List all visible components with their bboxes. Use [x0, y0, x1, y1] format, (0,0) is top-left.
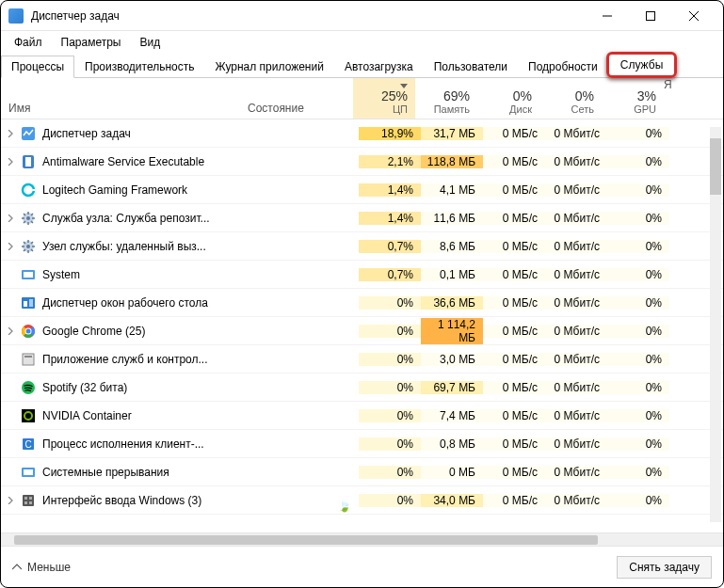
horizontal-scrollbar[interactable]	[1, 532, 723, 546]
process-name: Диспетчер задач	[42, 127, 246, 140]
svg-rect-32	[24, 469, 33, 475]
process-name: Диспетчер окон рабочего стола	[42, 296, 246, 310]
service-icon	[20, 211, 37, 226]
scrollbar-thumb[interactable]	[14, 535, 598, 545]
col-cpu[interactable]: 25% ЦП	[353, 78, 415, 119]
gpu-cell: 0%	[607, 353, 669, 366]
table-row[interactable]: NVIDIA Container0%7,4 МБ0 МБ/с0 Мбит/с0%	[1, 402, 723, 430]
gpu-cell: 0%	[607, 325, 669, 338]
gpu-cell: 0%	[607, 296, 669, 310]
table-row[interactable]: Диспетчер окон рабочего стола0%36,6 МБ0 …	[1, 289, 723, 317]
table-row[interactable]: Служба узла: Служба репозит...1,4%11,6 М…	[1, 204, 723, 232]
process-list[interactable]: Диспетчер задач18,9%31,7 МБ0 МБ/с0 Мбит/…	[1, 119, 723, 532]
table-row[interactable]: Приложение служб и контрол...0%3,0 МБ0 М…	[1, 345, 723, 373]
dwm-icon	[20, 295, 37, 310]
col-memory[interactable]: 69% Память	[415, 78, 477, 119]
network-cell: 0 Мбит/с	[545, 381, 607, 394]
gpu-cell: 0%	[607, 183, 669, 197]
cpu-cell: 0%	[359, 325, 421, 338]
disk-cell: 0 МБ/с	[483, 268, 545, 281]
table-row[interactable]: Интерфейс ввода Windows (3)🍃0%34,0 МБ0 М…	[1, 486, 723, 515]
col-overflow: Я	[664, 78, 681, 119]
table-row[interactable]: Диспетчер задач18,9%31,7 МБ0 МБ/с0 Мбит/…	[1, 119, 723, 148]
process-name: Интерфейс ввода Windows (3)	[42, 494, 246, 507]
gpu-cell: 0%	[607, 437, 669, 451]
table-row[interactable]: System0,7%0,1 МБ0 МБ/с0 Мбит/с0%	[1, 261, 723, 289]
disk-cell: 0 МБ/с	[483, 409, 545, 422]
expand-toggle[interactable]	[1, 215, 20, 222]
tab-services[interactable]: Службы	[606, 52, 677, 78]
fewer-details-button[interactable]: Меньше	[12, 561, 71, 574]
client-icon: C	[20, 437, 37, 452]
cpu-cell: 0%	[359, 409, 421, 422]
app-icon	[8, 8, 24, 24]
disk-cell: 0 МБ/с	[483, 325, 545, 338]
minimize-button[interactable]	[586, 1, 629, 31]
close-button[interactable]	[672, 1, 716, 31]
menu-file[interactable]: Файл	[5, 34, 52, 51]
col-name[interactable]: Имя	[1, 78, 240, 119]
svg-rect-17	[29, 299, 33, 307]
gpu-cell: 0%	[607, 381, 669, 394]
expand-toggle[interactable]	[1, 243, 20, 250]
window-title: Диспетчер задач	[31, 9, 586, 23]
network-cell: 0 Мбит/с	[545, 268, 607, 281]
network-cell: 0 Мбит/с	[545, 409, 607, 422]
table-row[interactable]: CПроцесс исполнения клиент-...0%0,8 МБ0 …	[1, 430, 723, 458]
svg-point-23	[26, 328, 31, 333]
menu-view[interactable]: Вид	[130, 34, 169, 51]
gpu-cell: 0%	[607, 466, 669, 479]
col-state[interactable]: Состояние	[240, 78, 353, 119]
tab-details[interactable]: Подробности	[518, 56, 608, 78]
col-network[interactable]: 0% Сеть	[539, 78, 602, 119]
table-row[interactable]: Узел службы: удаленный выз...0,7%8,6 МБ0…	[1, 232, 723, 261]
table-row[interactable]: Spotify (32 бита)0%69,7 МБ0 МБ/с0 Мбит/с…	[1, 373, 723, 402]
network-cell: 0 Мбит/с	[545, 296, 607, 310]
svg-rect-16	[24, 301, 27, 307]
svg-point-10	[26, 216, 30, 220]
col-gpu[interactable]: 3% GPU	[602, 78, 664, 119]
leaf-icon: 🍃	[338, 501, 351, 513]
svg-rect-8	[31, 189, 35, 191]
table-row[interactable]: Antimalware Service Executable2,1%118,8 …	[1, 148, 723, 176]
tab-app-history[interactable]: Журнал приложений	[205, 56, 334, 78]
process-name: Antimalware Service Executable	[42, 155, 246, 168]
tab-performance[interactable]: Производительность	[74, 56, 204, 78]
process-name: System	[42, 268, 246, 281]
process-name: Приложение служб и контрол...	[42, 353, 246, 366]
maximize-button[interactable]	[629, 1, 672, 31]
tab-users[interactable]: Пользователи	[424, 56, 518, 78]
tab-processes[interactable]: Процессы	[1, 56, 74, 78]
memory-cell: 69,7 МБ	[421, 381, 483, 394]
process-name: Служба узла: Служба репозит...	[42, 212, 246, 225]
cpu-cell: 2,1%	[359, 155, 421, 168]
memory-cell: 0,8 МБ	[421, 437, 483, 451]
nvidia-icon	[20, 408, 37, 423]
gpu-cell: 0%	[607, 240, 669, 253]
cpu-cell: 1,4%	[359, 212, 421, 225]
table-row[interactable]: Logitech Gaming Framework1,4%4,1 МБ0 МБ/…	[1, 176, 723, 204]
network-cell: 0 Мбит/с	[545, 183, 607, 197]
svg-rect-24	[23, 354, 34, 365]
expand-toggle[interactable]	[1, 130, 20, 137]
table-row[interactable]: Google Chrome (25)0%1 114,2 МБ0 МБ/с0 Мб…	[1, 317, 723, 345]
scrollbar-thumb[interactable]	[710, 138, 721, 195]
memory-cell: 3,0 МБ	[421, 353, 483, 366]
cpu-cell: 0,7%	[359, 268, 421, 281]
col-disk[interactable]: 0% Диск	[477, 78, 539, 119]
expand-toggle[interactable]	[1, 327, 20, 335]
cpu-cell: 0,7%	[359, 240, 421, 253]
memory-cell: 1 114,2 МБ	[421, 318, 483, 344]
menu-options[interactable]: Параметры	[52, 34, 131, 51]
tab-startup[interactable]: Автозагрузка	[334, 56, 424, 78]
shield-icon	[20, 154, 37, 169]
vertical-scrollbar[interactable]	[710, 127, 721, 522]
end-task-button[interactable]: Снять задачу	[617, 556, 712, 579]
disk-cell: 0 МБ/с	[483, 381, 545, 394]
gpu-cell: 0%	[607, 127, 669, 140]
table-row[interactable]: Системные прерывания0%0 МБ0 МБ/с0 Мбит/с…	[1, 458, 723, 486]
disk-cell: 0 МБ/с	[483, 437, 545, 451]
expand-toggle[interactable]	[1, 497, 20, 504]
process-name: Системные прерывания	[42, 466, 246, 479]
expand-toggle[interactable]	[1, 158, 20, 166]
